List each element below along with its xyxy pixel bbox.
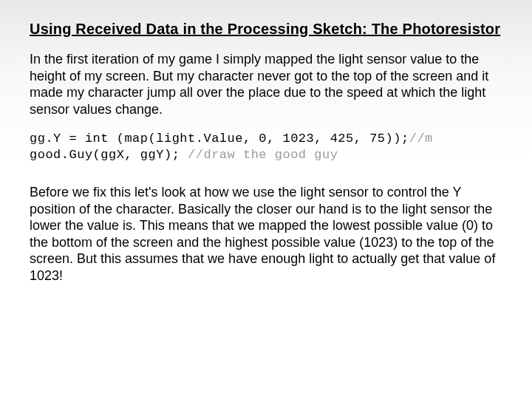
paragraph-explanation: Before we fix this let's look at how we … [30, 184, 502, 284]
code-snippet: gg.Y = int (map(light.Value, 0, 1023, 42… [30, 131, 502, 163]
code-text: gg.Y = int (map(light.Value, 0, 1023, 42… [30, 132, 409, 146]
code-text: good.Guy(ggX, ggY); [30, 148, 188, 162]
code-comment: //m [409, 132, 433, 146]
paragraph-intro: In the first iteration of my game I simp… [30, 51, 502, 117]
slide-content: Using Received Data in the Processing Sk… [0, 0, 532, 284]
code-line-2: good.Guy(ggX, ggY); //draw the good guy [30, 147, 502, 163]
slide-title: Using Received Data in the Processing Sk… [30, 21, 502, 38]
code-comment: //draw the good guy [188, 148, 338, 162]
code-line-1: gg.Y = int (map(light.Value, 0, 1023, 42… [30, 131, 502, 147]
